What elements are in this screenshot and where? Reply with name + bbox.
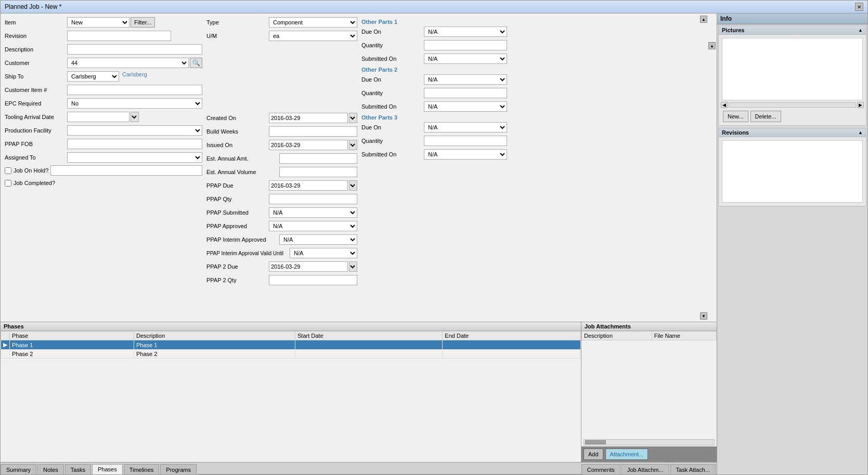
ship-to-select[interactable]: Carlsberg [67,71,119,82]
job-on-hold-label: Job On Hold? [14,167,48,174]
build-weeks-row: Build Weeks [206,126,357,137]
due-on-2-label: Due On [361,76,424,83]
tab-task-attach[interactable]: Task Attach... [670,464,716,474]
due-on-2-select[interactable]: N/A [424,74,507,85]
description-row: Description [5,44,202,55]
close-button[interactable]: ✕ [855,3,863,11]
build-weeks-input[interactable] [269,126,357,137]
ppap2-qty-input[interactable] [269,275,357,285]
phases-table-container: Phase Description Start Date End Date ▶ … [1,331,581,462]
est-annual-amt-input[interactable] [279,153,357,164]
scroll-down-button[interactable]: ▼ [700,312,707,320]
pictures-scroll-track[interactable] [729,102,856,108]
revision-input[interactable] [67,31,171,41]
due-on-2-row: Due On N/A [361,74,507,85]
quantity-3-input[interactable] [424,136,507,146]
ppap-approved-row: PPAP Approved N/A [206,220,357,232]
revisions-content [719,137,866,206]
tooling-arrival-dropdown[interactable] [131,112,139,122]
ppap-approved-select[interactable]: N/A [269,221,357,231]
assigned-to-row: Assigned To [5,152,202,163]
type-select[interactable]: Component Assembly [269,17,357,28]
job-on-hold-checkbox[interactable] [5,167,11,174]
um-label: U/M [206,33,269,39]
submitted-on-3-select[interactable]: N/A [424,149,507,160]
quantity-2-input[interactable] [424,88,507,98]
bottom-panels: Phases Phase Description Start Date End … [1,322,717,462]
tab-tasks[interactable]: Tasks [65,464,91,474]
tooling-arrival-input[interactable] [67,112,129,122]
due-on-3-select[interactable]: N/A [424,122,507,133]
ppap-interim-approved-row: PPAP Interim Approved N/A [206,234,357,245]
job-completed-checkbox[interactable] [5,180,11,187]
main-window: Planned Job - New * ✕ Item New [0,0,868,475]
pictures-toggle[interactable]: ▲ [858,28,863,33]
customer-search-button[interactable]: 🔍 [190,58,202,68]
ppap-interim-valid-select[interactable]: N/A [290,248,357,258]
submitted-on-1-select[interactable]: N/A [424,54,507,64]
row-arrow: ▶ [1,340,10,350]
issued-on-input[interactable] [269,140,348,150]
ppap-fob-input[interactable] [67,139,202,149]
filter-button[interactable]: Filter... [131,17,155,28]
ppap-interim-approved-select[interactable]: N/A [279,234,357,245]
ppap-interim-valid-label: PPAP Interim Approval Valid Until [206,250,290,256]
description-input[interactable] [67,44,202,55]
table-row[interactable]: ▶ Phase 1 Phase 1 [1,340,581,350]
created-on-input[interactable] [269,113,348,123]
form-area: Item New Filter... Revision [1,14,717,322]
revisions-toggle[interactable]: ▲ [858,130,863,135]
job-on-hold-input[interactable] [50,165,202,176]
tab-summary[interactable]: Summary [1,464,36,474]
ppap-due-input[interactable] [269,180,348,191]
attachments-header-row: Description File Name [582,332,717,340]
ppap2-due-group [269,261,357,272]
other-parts-2-header: Other Parts 2 [361,67,507,73]
customer-item-input[interactable] [67,85,202,95]
ppap-due-group [269,180,357,191]
phases-table: Phase Description Start Date End Date ▶ … [1,331,581,359]
revision-label: Revision [5,33,67,39]
issued-on-dropdown[interactable] [349,140,357,150]
assigned-to-select[interactable] [67,152,202,163]
right-panel: Info ▲ Pictures ▲ ◀ ▶ [717,14,867,474]
pictures-scroll-right[interactable]: ▶ [857,102,864,108]
ship-to-link[interactable]: Carlsberg [120,71,147,82]
customer-row: Customer 44 🔍 [5,57,202,69]
due-on-1-select[interactable]: N/A [424,27,507,37]
created-on-dropdown[interactable] [349,113,357,123]
quantity-2-row: Quantity [361,87,507,99]
attachment-button[interactable]: Attachment... [605,448,649,460]
tab-timelines[interactable]: Timelines [124,464,160,474]
tab-comments[interactable]: Comments [581,464,620,474]
ppap-qty-input[interactable] [269,194,357,204]
tab-job-attachm[interactable]: Job Attachm... [621,464,669,474]
est-annual-volume-input[interactable] [279,167,357,177]
new-picture-button[interactable]: New... [723,111,748,122]
ppap2-qty-label: PPAP 2 Qty [206,277,269,283]
item-input-group: New Filter... [67,17,202,28]
attach-scroll-h[interactable] [584,439,715,445]
submitted-on-2-select[interactable]: N/A [424,101,507,112]
pictures-scroll-left[interactable]: ◀ [721,102,728,108]
tab-programs[interactable]: Programs [160,464,197,474]
um-select[interactable]: ea [269,31,357,41]
ppap-submitted-select[interactable]: N/A [269,207,357,218]
item-select[interactable]: New [67,17,129,28]
production-facility-select[interactable] [67,125,202,136]
add-attachment-button[interactable]: Add [584,448,603,460]
quantity-1-input[interactable] [424,40,507,50]
ppap2-due-input[interactable] [269,261,348,272]
tab-phases[interactable]: Phases [92,464,123,474]
ppap-due-dropdown[interactable] [349,180,357,191]
ppap2-due-dropdown[interactable] [349,261,357,272]
scroll-up-button[interactable]: ▲ [700,16,707,23]
customer-input-group: 44 🔍 [67,58,202,68]
phases-col-phase: Phase [10,332,134,340]
customer-select[interactable]: 44 [67,58,189,68]
table-row[interactable]: Phase 2 Phase 2 [1,350,581,359]
other-parts-3-header: Other Parts 3 [361,114,507,121]
tab-notes[interactable]: Notes [37,464,64,474]
delete-picture-button[interactable]: Delete... [750,111,781,122]
epc-required-select[interactable]: No Yes [67,98,202,109]
